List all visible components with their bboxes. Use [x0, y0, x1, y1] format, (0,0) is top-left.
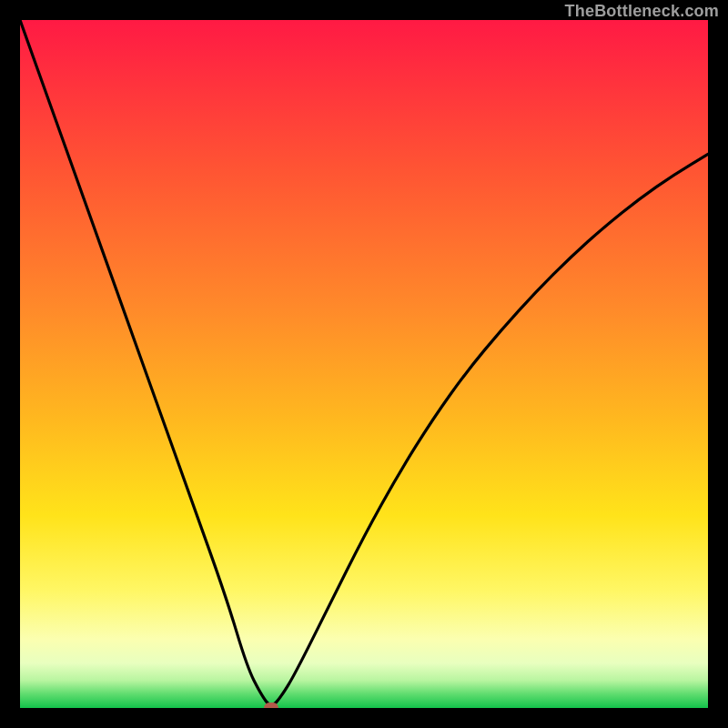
watermark-text: TheBottleneck.com	[565, 2, 719, 21]
chart-stage: TheBottleneck.com	[0, 0, 728, 728]
frame-border-left	[0, 0, 20, 728]
frame-border-right	[708, 0, 728, 728]
plot-gradient-background	[20, 20, 708, 708]
frame-border-bottom	[0, 708, 728, 728]
